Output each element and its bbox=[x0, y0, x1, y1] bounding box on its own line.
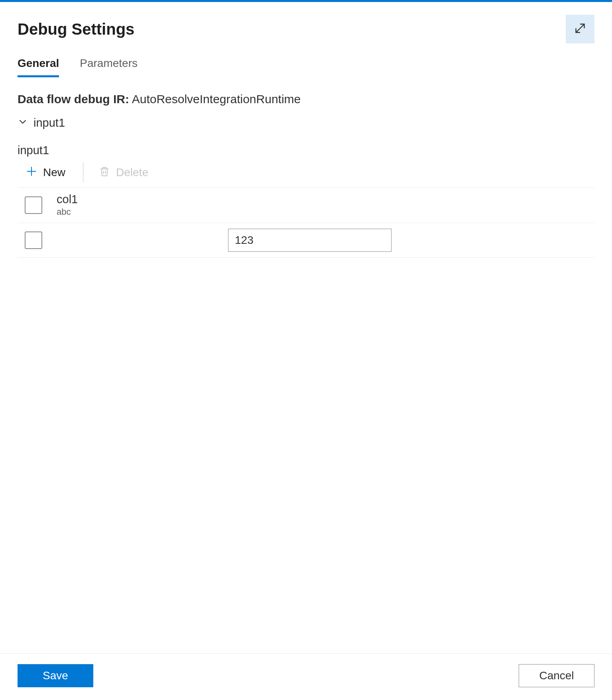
cell-input[interactable] bbox=[228, 229, 392, 252]
footer: Save Cancel bbox=[0, 653, 612, 700]
section-collapser-label: input1 bbox=[33, 116, 65, 129]
chevron-down-icon bbox=[18, 116, 28, 129]
expand-icon bbox=[573, 21, 587, 37]
section-title: input1 bbox=[18, 144, 594, 157]
select-all-checkbox[interactable] bbox=[25, 196, 42, 214]
new-button[interactable]: New bbox=[24, 163, 67, 182]
tab-parameters[interactable]: Parameters bbox=[80, 57, 138, 77]
debug-ir-row: Data flow debug IR: AutoResolveIntegrati… bbox=[18, 92, 594, 106]
column-header[interactable]: col1 abc bbox=[57, 193, 78, 217]
page-title: Debug Settings bbox=[18, 20, 134, 38]
plus-icon bbox=[26, 165, 37, 180]
trash-icon bbox=[98, 165, 110, 180]
expand-button[interactable] bbox=[566, 15, 594, 43]
toolbar-separator bbox=[83, 163, 83, 182]
column-type: abc bbox=[57, 207, 78, 217]
debug-ir-label: Data flow debug IR: bbox=[18, 92, 129, 106]
table: col1 abc bbox=[18, 188, 594, 258]
column-name: col1 bbox=[57, 193, 78, 206]
debug-ir-value-text: AutoResolveIntegrationRuntime bbox=[132, 92, 301, 106]
table-row bbox=[18, 223, 594, 258]
new-button-label: New bbox=[43, 166, 65, 179]
toolbar: New Delete bbox=[18, 163, 594, 188]
cell bbox=[228, 229, 392, 252]
section-collapser[interactable]: input1 bbox=[18, 116, 594, 129]
cancel-button[interactable]: Cancel bbox=[519, 664, 594, 687]
row-checkbox[interactable] bbox=[25, 231, 42, 249]
table-header-row: col1 abc bbox=[18, 188, 594, 223]
delete-button-label: Delete bbox=[116, 166, 148, 179]
save-button[interactable]: Save bbox=[18, 664, 93, 687]
tabs: General Parameters bbox=[18, 57, 594, 77]
tab-general[interactable]: General bbox=[18, 57, 59, 77]
delete-button: Delete bbox=[97, 163, 150, 182]
